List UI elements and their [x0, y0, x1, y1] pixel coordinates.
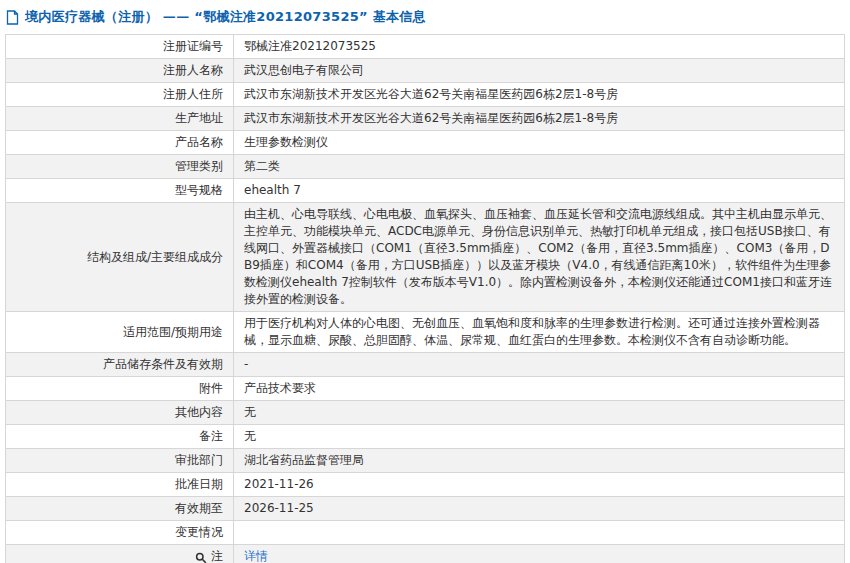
table-row: 管理类别第二类	[6, 155, 844, 179]
row-label: 管理类别	[6, 155, 234, 178]
row-label-text: 变更情况	[175, 524, 223, 541]
row-label-text: 其他内容	[175, 404, 223, 421]
row-label-text: 生产地址	[175, 110, 223, 127]
row-label-text: 注册人名称	[163, 62, 223, 79]
table-row: 批准日期2021-11-26	[6, 473, 844, 497]
row-label-text: 产品储存条件及有效期	[103, 356, 223, 373]
row-label: 产品储存条件及有效期	[6, 353, 234, 376]
row-value: 湖北省药品监督管理局	[234, 449, 844, 472]
table-row: 注详情	[6, 545, 844, 563]
row-label: 适用范围/预期用途	[6, 312, 234, 352]
registration-info-table: 注册证编号鄂械注准20212073525注册人名称武汉思创电子有限公司注册人住所…	[5, 34, 845, 563]
row-value: 武汉市东湖新技术开发区光谷大道62号关南福星医药园6栋2层1-8号房	[234, 83, 844, 106]
row-label-text: 批准日期	[175, 476, 223, 493]
row-label-text: 备注	[199, 428, 223, 445]
detail-link[interactable]: 详情	[244, 548, 268, 563]
row-value: 武汉思创电子有限公司	[234, 59, 844, 82]
row-label-text: 适用范围/预期用途	[123, 324, 223, 341]
row-label-text: 产品名称	[175, 134, 223, 151]
table-row: 其他内容无	[6, 401, 844, 425]
row-label: 注册证编号	[6, 35, 234, 58]
table-row: 产品储存条件及有效期-	[6, 353, 844, 377]
magnifier-icon	[195, 552, 207, 563]
table-row: 注册人名称武汉思创电子有限公司	[6, 59, 844, 83]
table-row: 生产地址武汉市东湖新技术开发区光谷大道62号关南福星医药园6栋2层1-8号房	[6, 107, 844, 131]
row-value: 第二类	[234, 155, 844, 178]
row-label: 注册人住所	[6, 83, 234, 106]
row-value: -	[234, 353, 844, 376]
table-row: 注册人住所武汉市东湖新技术开发区光谷大道62号关南福星医药园6栋2层1-8号房	[6, 83, 844, 107]
page-title: 境内医疗器械（注册） —— “鄂械注准20212073525” 基本信息	[25, 8, 426, 26]
row-value: 鄂械注准20212073525	[234, 35, 844, 58]
registration-detail-page: 境内医疗器械（注册） —— “鄂械注准20212073525” 基本信息 注册证…	[0, 0, 850, 563]
row-value: 无	[234, 425, 844, 448]
row-value: 无	[234, 401, 844, 424]
row-label-text: 注册人住所	[163, 86, 223, 103]
row-label-text: 审批部门	[175, 452, 223, 469]
row-label: 有效期至	[6, 497, 234, 520]
row-label-text: 附件	[199, 380, 223, 397]
table-row: 备注无	[6, 425, 844, 449]
row-label: 其他内容	[6, 401, 234, 424]
row-value: 武汉市东湖新技术开发区光谷大道62号关南福星医药园6栋2层1-8号房	[234, 107, 844, 130]
row-value: 生理参数检测仪	[234, 131, 844, 154]
table-row: 审批部门湖北省药品监督管理局	[6, 449, 844, 473]
row-label: 注	[6, 545, 234, 563]
row-label-text: 管理类别	[175, 158, 223, 175]
document-icon	[6, 10, 19, 25]
row-value: 详情	[234, 545, 844, 563]
table-row: 适用范围/预期用途用于医疗机构对人体的心电图、无创血压、血氧饱和度和脉率的生理参…	[6, 312, 844, 353]
row-label: 批准日期	[6, 473, 234, 496]
row-value: 2026-11-25	[234, 497, 844, 520]
row-label: 审批部门	[6, 449, 234, 472]
row-label-text: 注册证编号	[163, 38, 223, 55]
table-row: 附件产品技术要求	[6, 377, 844, 401]
row-value: 2021-11-26	[234, 473, 844, 496]
row-value: 产品技术要求	[234, 377, 844, 400]
table-row: 结构及组成/主要组成成分由主机、心电导联线、心电电极、血氧探头、血压袖套、血压延…	[6, 203, 844, 312]
row-label: 注册人名称	[6, 59, 234, 82]
row-label: 变更情况	[6, 521, 234, 544]
row-label-text: 有效期至	[175, 500, 223, 517]
table-row: 变更情况	[6, 521, 844, 545]
row-value	[234, 521, 844, 544]
row-value: 用于医疗机构对人体的心电图、无创血压、血氧饱和度和脉率的生理参数进行检测。还可通…	[234, 312, 844, 352]
table-row: 产品名称生理参数检测仪	[6, 131, 844, 155]
row-label-text: 型号规格	[175, 182, 223, 199]
row-value: 由主机、心电导联线、心电电极、血氧探头、血压袖套、血压延长管和交流电源线组成。其…	[234, 203, 844, 311]
row-label: 型号规格	[6, 179, 234, 202]
table-row: 注册证编号鄂械注准20212073525	[6, 35, 844, 59]
row-value: ehealth 7	[234, 179, 844, 202]
table-row: 型号规格ehealth 7	[6, 179, 844, 203]
table-row: 有效期至2026-11-25	[6, 497, 844, 521]
row-label-text: 注	[211, 548, 223, 563]
row-label: 备注	[6, 425, 234, 448]
row-label: 产品名称	[6, 131, 234, 154]
row-label: 生产地址	[6, 107, 234, 130]
row-label: 结构及组成/主要组成成分	[6, 203, 234, 311]
page-header: 境内医疗器械（注册） —— “鄂械注准20212073525” 基本信息	[5, 4, 845, 34]
row-label: 附件	[6, 377, 234, 400]
row-label-text: 结构及组成/主要组成成分	[87, 249, 223, 266]
